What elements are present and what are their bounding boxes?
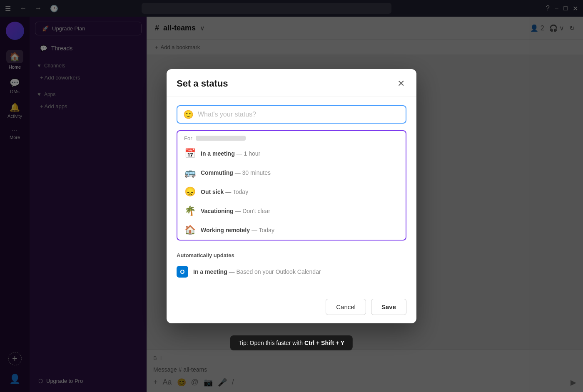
working-remotely-emoji: 🏠 — [184, 225, 196, 236]
suggestion-in-a-meeting[interactable]: 📅 In a meeting — 1 hour — [177, 144, 406, 163]
suggestion-vacationing[interactable]: 🌴 Vacationing — Don't clear — [177, 201, 406, 221]
outlook-icon: O — [177, 266, 188, 278]
tooltip-shortcut: Ctrl + Shift + Y — [304, 340, 344, 346]
status-input[interactable] — [198, 111, 400, 118]
outlook-text: In a meeting — Based on your Outlook Cal… — [193, 268, 321, 275]
dialog-header: Set a status ✕ — [167, 69, 416, 97]
auto-updates-section: Automatically updates O In a meeting — B… — [177, 247, 406, 283]
suggestion-working-remotely[interactable]: 🏠 Working remotely — Today — [177, 221, 406, 240]
for-label: For — [184, 135, 192, 141]
set-status-dialog: Set a status ✕ 🙂 For 📅 In a meeting — 1 … — [167, 69, 416, 323]
save-button[interactable]: Save — [371, 299, 406, 315]
modal-overlay: Set a status ✕ 🙂 For 📅 In a meeting — 1 … — [0, 0, 583, 392]
suggestions-header: For — [177, 131, 406, 144]
meeting-emoji: 📅 — [184, 148, 196, 159]
vacationing-emoji: 🌴 — [184, 206, 196, 216]
out-sick-emoji: 😞 — [184, 186, 196, 197]
suggestion-out-sick[interactable]: 😞 Out sick — Today — [177, 182, 406, 201]
auto-updates-header: Automatically updates — [177, 251, 406, 262]
working-remotely-text: Working remotely — Today — [201, 227, 274, 233]
status-emoji-icon[interactable]: 🙂 — [183, 109, 194, 119]
dialog-close-button[interactable]: ✕ — [396, 77, 406, 90]
username-blur — [196, 136, 246, 141]
meeting-text: In a meeting — 1 hour — [201, 150, 260, 157]
dialog-body: 🙂 For 📅 In a meeting — 1 hour 🚌 — [167, 97, 416, 292]
outlook-letter: O — [180, 268, 185, 275]
commuting-text: Commuting — 30 minutes — [201, 169, 271, 176]
dialog-footer: Cancel Save — [167, 292, 416, 323]
dialog-title: Set a status — [177, 78, 228, 89]
tooltip-text: Tip: Open this faster with — [239, 340, 304, 346]
out-sick-text: Out sick — Today — [201, 189, 248, 195]
keyboard-shortcut-tooltip: Tip: Open this faster with Ctrl + Shift … — [230, 335, 353, 350]
auto-update-outlook[interactable]: O In a meeting — Based on your Outlook C… — [177, 262, 406, 282]
vacationing-text: Vacationing — Don't clear — [201, 208, 270, 214]
status-input-container: 🙂 — [177, 105, 406, 124]
cancel-button[interactable]: Cancel — [326, 299, 366, 315]
suggestion-commuting[interactable]: 🚌 Commuting — 30 minutes — [177, 163, 406, 182]
commuting-emoji: 🚌 — [184, 167, 196, 178]
suggestions-box: For 📅 In a meeting — 1 hour 🚌 Commuting … — [177, 130, 406, 241]
